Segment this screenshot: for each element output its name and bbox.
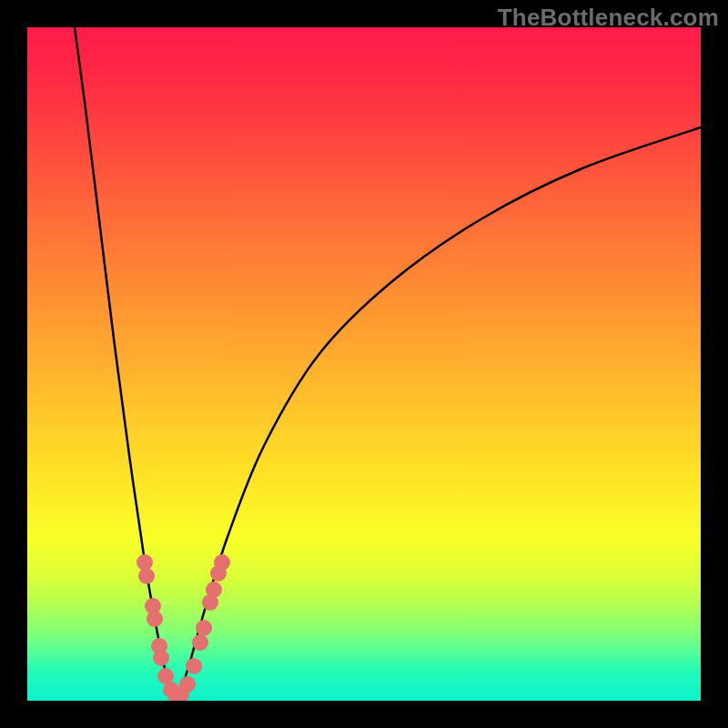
scatter-dot: [186, 658, 202, 674]
chart-frame: TheBottleneck.com: [0, 0, 728, 728]
curve-paths: [75, 27, 701, 701]
curve-left-branch: [75, 27, 177, 701]
curve-right-branch: [177, 127, 701, 701]
curve-layer: [27, 27, 701, 701]
scatter-dot: [206, 581, 222, 598]
scatter-dot: [196, 620, 212, 636]
scatter-dot: [153, 650, 169, 666]
scatter-dot: [138, 568, 155, 584]
scatter-dot: [179, 676, 196, 693]
scatter-points: [136, 554, 230, 701]
plot-area: [27, 27, 701, 701]
watermark-text: TheBottleneck.com: [498, 4, 719, 32]
scatter-dot: [147, 611, 163, 627]
scatter-dot: [214, 554, 230, 571]
scatter-dot: [192, 634, 208, 651]
